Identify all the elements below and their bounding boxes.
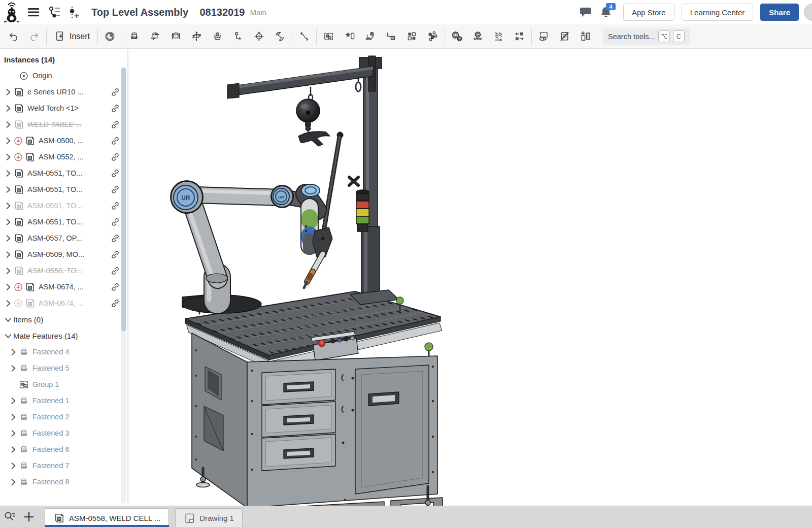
tree-item-instance[interactable]: ASM-0551, TO... [0, 181, 127, 197]
tree-item-instance[interactable]: ASM-0674, ... [0, 279, 127, 295]
linked-document-icon[interactable] [110, 184, 121, 195]
linked-document-icon[interactable] [110, 119, 121, 130]
stack-light[interactable] [356, 190, 369, 232]
update-available-icon[interactable] [13, 152, 23, 162]
torch-conduit[interactable] [322, 132, 343, 241]
linked-document-icon[interactable] [110, 281, 121, 292]
pattern-icon[interactable] [401, 26, 422, 47]
app-store-button[interactable]: App Store [623, 4, 674, 21]
versions-history-icon[interactable] [44, 2, 64, 22]
weld-torch[interactable] [304, 254, 323, 288]
search-tabs-icon[interactable] [0, 507, 19, 527]
chevron-right-icon[interactable] [8, 428, 18, 438]
linked-document-icon[interactable] [110, 135, 121, 146]
tree-item-instance[interactable]: ASM-0551, TO... [0, 197, 127, 214]
clock-icon[interactable] [99, 26, 120, 47]
ball-mate-icon[interactable] [207, 26, 228, 47]
tree-item-instance[interactable]: ASM-0509, MO... [0, 246, 127, 262]
chevron-right-icon[interactable] [3, 152, 13, 162]
linked-document-icon[interactable] [110, 168, 121, 179]
chevron-right-icon[interactable] [3, 119, 13, 129]
linear-relation-icon[interactable] [509, 26, 530, 47]
search-tools-input[interactable]: Search tools...C [603, 28, 690, 45]
chevron-right-icon[interactable] [8, 363, 18, 373]
tree-item-mate[interactable]: Fastened 8 [0, 474, 127, 490]
slider-mate-icon[interactable] [165, 26, 186, 47]
chevron-right-icon[interactable] [8, 412, 18, 422]
update-available-icon[interactable] [13, 298, 23, 308]
chevron-right-icon[interactable] [3, 136, 13, 146]
undo-icon[interactable] [3, 26, 24, 47]
update-available-icon[interactable] [13, 136, 23, 146]
planar-mate-icon[interactable] [186, 26, 207, 47]
linked-document-icon[interactable] [110, 86, 121, 97]
tree-item-instance[interactable]: ASM-0556, TO... [0, 262, 127, 279]
chevron-right-icon[interactable] [3, 201, 13, 211]
tree-item-mate[interactable]: Fastened 1 [0, 392, 127, 409]
cable-balancer[interactable] [296, 87, 330, 146]
share-button[interactable]: Share [760, 4, 799, 21]
tab-assembly-active[interactable]: ASM-0558, WELD CELL ... [45, 508, 169, 527]
tree-item-mate[interactable]: Fastened 7 [0, 457, 127, 474]
create-version-icon[interactable] [64, 2, 84, 22]
linked-document-icon[interactable] [110, 233, 121, 244]
workspace-name[interactable]: Main [250, 8, 266, 17]
gear-relation-icon[interactable] [447, 26, 467, 47]
chevron-right-icon[interactable] [3, 217, 13, 227]
cabinet-door[interactable] [352, 365, 429, 494]
learning-center-button[interactable]: Learning Center [682, 4, 754, 21]
tree-item-instance[interactable]: e Series UR10 ... [0, 84, 127, 100]
named-positions-icon[interactable] [339, 26, 360, 47]
update-available-icon[interactable] [13, 282, 23, 292]
tangent-mate-icon[interactable] [294, 26, 315, 47]
weld-table[interactable] [185, 290, 443, 506]
tree-item-instance[interactable]: ASM-0674, ... [0, 295, 127, 311]
document-title[interactable]: Top Level Assembly _ 08132019 [91, 7, 245, 18]
tree-item-instance[interactable]: ASM-0557, OP... [0, 230, 127, 246]
revolute-mate-icon[interactable] [145, 26, 165, 47]
screw-relation-icon[interactable] [488, 26, 509, 47]
linked-document-icon[interactable] [110, 249, 121, 260]
chevron-right-icon[interactable] [3, 103, 13, 113]
boom-crane[interactable] [227, 56, 382, 301]
sidebar-scrollbar[interactable] [121, 68, 126, 504]
explode-icon[interactable] [422, 26, 443, 47]
hamburger-menu-icon[interactable] [23, 2, 44, 22]
insert-button[interactable]: Insert [48, 26, 96, 47]
section-view-icon[interactable] [533, 26, 554, 47]
tree-item-instance[interactable]: WELD TABLE ... [0, 116, 127, 133]
chevron-right-icon[interactable] [8, 347, 18, 357]
chevron-right-icon[interactable] [3, 249, 13, 259]
tree-section-header[interactable]: Items (0) [0, 311, 127, 327]
chevron-right-icon[interactable] [3, 168, 13, 178]
linked-document-icon[interactable] [110, 103, 121, 114]
tree-item-origin[interactable]: Origin [0, 68, 127, 84]
fastened-mate-icon[interactable] [124, 26, 145, 47]
onshape-logo-icon[interactable] [0, 0, 23, 24]
cabinet-drawers[interactable] [262, 369, 345, 471]
parallel-mate-icon[interactable] [269, 26, 290, 47]
linked-document-icon[interactable] [110, 298, 121, 309]
chevron-right-icon[interactable] [3, 266, 13, 276]
chevron-down-icon[interactable] [3, 314, 13, 324]
tree-item-instance[interactable]: ASM-0500, ... [0, 133, 127, 149]
robot-arm[interactable]: UR UR [170, 180, 332, 314]
in-context-icon[interactable] [381, 26, 401, 47]
group-icon[interactable] [318, 26, 339, 47]
chevron-right-icon[interactable] [8, 396, 18, 406]
cylindrical-mate-icon[interactable] [249, 26, 269, 47]
user-avatar[interactable] [804, 4, 812, 21]
chevron-right-icon[interactable] [3, 87, 13, 97]
chevron-right-icon[interactable] [3, 282, 13, 292]
chevron-right-icon[interactable] [8, 477, 18, 487]
chevron-right-icon[interactable] [3, 298, 13, 308]
linked-document-icon[interactable] [110, 151, 121, 162]
tree-item-instance[interactable]: ASM-0551, TO... [0, 214, 127, 230]
comments-icon[interactable] [576, 2, 596, 22]
chevron-right-icon[interactable] [3, 184, 13, 194]
linked-document-icon[interactable] [110, 265, 121, 276]
chevron-down-icon[interactable] [3, 331, 13, 341]
tree-item-mate[interactable]: Fastened 4 [0, 344, 127, 360]
bom-icon[interactable] [554, 26, 575, 47]
chevron-right-icon[interactable] [8, 444, 18, 454]
